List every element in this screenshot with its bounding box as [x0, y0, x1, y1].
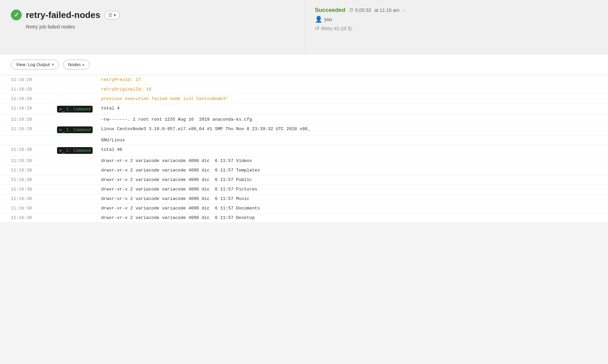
- terminal-icon: >_: [59, 106, 65, 112]
- log-row: 11:16:30drwxr-xr-x 2 variacode variacode…: [0, 213, 608, 223]
- run-user-label: you: [324, 17, 332, 22]
- menu-caret-icon: ▾: [114, 13, 116, 18]
- log-content: drwxr-xr-x 2 variacode variacode 4096 di…: [98, 213, 608, 222]
- log-row: 11:16:30drwxr-xr-x 2 variacode variacode…: [0, 194, 608, 204]
- log-content: -rw-------. 1 root root 1235 Aug 16 2019…: [98, 115, 608, 124]
- log-row: 11:16:29>_ 2. CommandLinux CentosNode3 3…: [0, 124, 608, 136]
- log-row: 11:16:28previous execution failed node l…: [0, 94, 608, 104]
- log-timestamp: 11:16:28: [0, 85, 54, 94]
- view-log-output-button[interactable]: View: Log Output ▾: [11, 60, 59, 69]
- log-content: total 4: [98, 104, 608, 113]
- run-detail-arrow[interactable]: ›: [403, 7, 404, 13]
- job-description: Retry job failed nodes: [26, 24, 294, 29]
- retry-icon: ↺: [315, 25, 319, 32]
- run-user-row: 👤 you: [315, 16, 598, 23]
- log-row: 11:16:28-rw-------. 1 root root 1235 Aug…: [0, 115, 608, 124]
- job-title: retry-failed-nodes: [26, 10, 100, 20]
- log-timestamp: 11:16:28: [0, 75, 54, 84]
- log-timestamp: 11:16:28: [0, 104, 54, 113]
- log-content: drwxr-xr-x 2 variacode variacode 4096 di…: [98, 166, 608, 175]
- job-header: ✓ retry-failed-nodes ☰ ▾ Retry job faile…: [0, 0, 305, 54]
- log-row: 11:16:28retryPrevId: 17: [0, 75, 608, 85]
- log-step: [54, 94, 98, 98]
- log-step: >_ 1. Command: [54, 145, 98, 156]
- menu-lines-icon: ☰: [108, 13, 112, 18]
- log-timestamp: 11:16:30: [0, 166, 54, 175]
- log-step: >_ 2. Command: [54, 124, 98, 135]
- toolbar: View: Log Output ▾ Nodes »: [0, 54, 608, 75]
- log-timestamp: 11:16:28: [0, 94, 54, 103]
- log-step: >_ 1. Command: [54, 104, 98, 115]
- log-step: [54, 175, 98, 179]
- log-timestamp: 11:16:29: [0, 124, 54, 134]
- log-step: [54, 194, 98, 198]
- log-timestamp: 11:16:30: [0, 175, 54, 184]
- log-timestamp: 11:16:30: [0, 194, 54, 203]
- run-status-label: Succeeded: [315, 7, 345, 14]
- log-row: 11:16:30drwxr-xr-x 2 variacode variacode…: [0, 156, 608, 166]
- menu-dropdown-button[interactable]: ☰ ▾: [104, 11, 120, 19]
- log-timestamp: 11:16:30: [0, 204, 54, 213]
- step-badge: >_ 2. Command: [57, 126, 93, 133]
- step-badge: >_ 1. Command: [57, 147, 93, 154]
- log-content: GNU/Linux: [98, 136, 608, 145]
- success-check-icon: ✓: [11, 9, 22, 20]
- log-row: 11:16:28>_ 1. Commandtotal 4: [0, 104, 608, 115]
- log-timestamp: [0, 136, 54, 140]
- nodes-button[interactable]: Nodes »: [63, 60, 90, 69]
- run-retry-row: ↺ Retry #2 (of 3): [315, 25, 598, 32]
- log-step: [54, 166, 98, 170]
- duration-icon: ⏱: [349, 7, 354, 13]
- log-step: [54, 213, 98, 217]
- run-retry-label: Retry #2 (of 3): [321, 26, 352, 31]
- log-content: retryPrevId: 17: [98, 75, 608, 84]
- log-content: total 40: [98, 145, 608, 154]
- log-step: [54, 75, 98, 79]
- log-timestamp: 11:16:30: [0, 145, 54, 154]
- log-timestamp: 11:16:30: [0, 185, 54, 194]
- log-row: 11:16:30drwxr-xr-x 2 variacode variacode…: [0, 185, 608, 194]
- log-row: 11:16:30drwxr-xr-x 2 variacode variacode…: [0, 166, 608, 175]
- log-step: [54, 156, 98, 160]
- log-content: drwxr-xr-x 2 variacode variacode 4096 di…: [98, 156, 608, 165]
- log-timestamp: 11:16:30: [0, 213, 54, 222]
- log-step: [54, 204, 98, 208]
- run-duration: ⏱ 0.00:33: [349, 7, 371, 13]
- log-step: [54, 136, 98, 140]
- step-badge: >_ 1. Command: [57, 106, 93, 113]
- log-content: retryOriginalId: 16: [98, 85, 608, 94]
- log-content: Linux CentosNode3 3.10.0-957.el7.x86_64 …: [98, 124, 608, 134]
- log-row: 11:16:30>_ 1. Commandtotal 40: [0, 145, 608, 156]
- log-step: [54, 115, 98, 119]
- terminal-icon: >_: [59, 148, 65, 153]
- log-content: drwxr-xr-x 2 variacode variacode 4096 di…: [98, 185, 608, 194]
- log-row: 11:16:28retryOriginalId: 16: [0, 85, 608, 94]
- run-time: at 11:16 am: [374, 7, 399, 13]
- log-output-area: 11:16:28retryPrevId: 1711:16:28retryOrig…: [0, 75, 608, 223]
- log-content: drwxr-xr-x 2 variacode variacode 4096 di…: [98, 175, 608, 184]
- log-timestamp: 11:16:30: [0, 156, 54, 165]
- terminal-icon: >_: [59, 127, 65, 133]
- log-content: drwxr-xr-x 2 variacode variacode 4096 di…: [98, 204, 608, 213]
- log-timestamp: 11:16:28: [0, 115, 54, 124]
- log-content: previous execution failed node list Cent…: [98, 94, 608, 103]
- log-row: 11:16:30drwxr-xr-x 2 variacode variacode…: [0, 175, 608, 185]
- user-avatar-icon: 👤: [315, 16, 322, 23]
- view-dropdown-caret: ▾: [52, 62, 54, 67]
- log-row: 11:16:30drwxr-xr-x 2 variacode variacode…: [0, 204, 608, 213]
- log-step: [54, 85, 98, 89]
- log-content: drwxr-xr-x 2 variacode variacode 4096 di…: [98, 194, 608, 203]
- log-step: [54, 185, 98, 189]
- log-row: GNU/Linux: [0, 136, 608, 145]
- run-info-panel: Succeeded ⏱ 0.00:33 at 11:16 am › 👤 you …: [305, 0, 608, 54]
